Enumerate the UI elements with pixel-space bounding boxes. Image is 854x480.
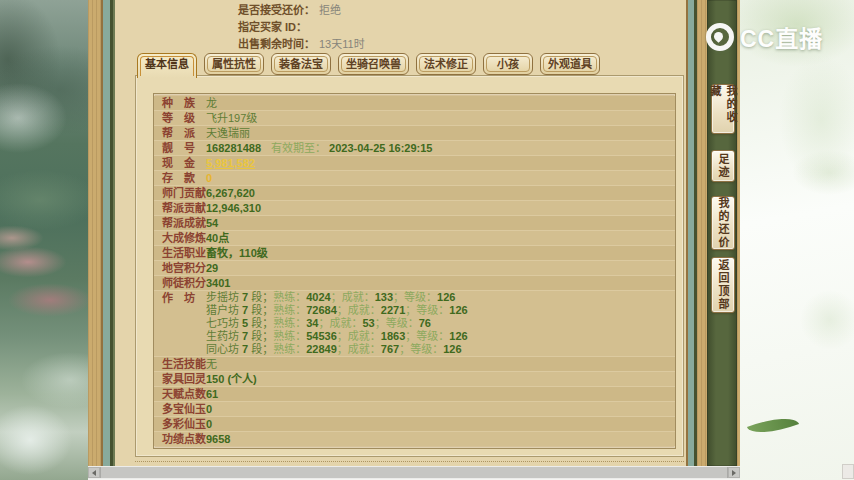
info-row-duobao-xianyu: 多宝仙玉0 xyxy=(154,402,675,417)
workshop-line: 猎户坊 7 段；熟练：72684；成就：2271；等级：126 xyxy=(206,304,675,317)
scroll-right-icon xyxy=(732,470,736,476)
leaf-icon xyxy=(747,410,799,441)
info-row-label: 生活技能 xyxy=(154,357,206,371)
cash-link[interactable]: 5,981,582 xyxy=(206,157,255,169)
grade-value: 126 xyxy=(437,291,455,303)
info-row-label: 地宫积分 xyxy=(154,261,206,275)
value-number: 54 xyxy=(206,217,218,229)
info-row-value: 150 (个人) xyxy=(206,372,675,386)
scroll-left-button[interactable] xyxy=(88,467,100,478)
info-row-merit-points: 功绩点数9658 xyxy=(154,432,675,446)
bamboo-border-left xyxy=(88,0,115,466)
workshop-name: 同心坊 xyxy=(206,343,242,355)
info-row-label: 帮 派 xyxy=(154,126,206,140)
info-row-label: 生活职业 xyxy=(154,246,206,260)
proficiency-value: 22849 xyxy=(306,343,337,355)
workshop-name: 七巧坊 xyxy=(206,317,242,329)
value-number: 150 (个人) xyxy=(206,373,257,385)
workshop-duan-label: 段； xyxy=(248,343,273,355)
workshop-name: 生药坊 xyxy=(206,330,242,342)
value-number: 畜牧，110级 xyxy=(206,247,268,259)
separator: ；成就： xyxy=(331,291,375,303)
separator: ；等级： xyxy=(399,343,443,355)
value-number: 61 xyxy=(206,388,218,400)
info-row-premium-id: 靓 号168281488有效期至： 2023-04-25 16:29:15 xyxy=(154,141,675,156)
proficiency-value: 34 xyxy=(306,317,318,329)
value-number: 0 xyxy=(206,418,212,430)
info-row-value: 5,981,582 xyxy=(206,156,675,170)
info-row-label: 师徒积分 xyxy=(154,276,206,290)
page-frame: 是否接受还价：拒绝指定买家 ID：出售剩余时间：13天11时 基本信息属性抗性装… xyxy=(88,0,740,480)
grade-value: 76 xyxy=(419,317,431,329)
tab-appearance[interactable]: 外观道具 xyxy=(540,53,600,75)
nav-footprint[interactable]: 足迹 xyxy=(711,150,735,182)
workshop-line: 步摇坊 7 段；熟练：4024；成就：133；等级：126 xyxy=(206,291,675,304)
proficiency-label: 熟练： xyxy=(273,304,306,316)
info-row-guild: 帮 派天逸瑞丽 xyxy=(154,126,675,141)
workshop-line: 七巧坊 5 段；熟练：34；成就：53；等级：76 xyxy=(206,317,675,330)
proficiency-value: 54536 xyxy=(306,330,337,342)
info-row-value: 龙 xyxy=(206,96,675,110)
achievement-value: 53 xyxy=(363,317,375,329)
grade-value: 126 xyxy=(449,330,467,342)
left-landscape-art xyxy=(0,0,88,480)
info-row-value: 无 xyxy=(206,357,675,371)
nav-back-to-top[interactable]: 返回顶部 xyxy=(711,257,735,313)
info-row-value: 0 xyxy=(206,417,675,431)
value-text: 天逸瑞丽 xyxy=(206,127,250,139)
nav-my-collection[interactable]: 我的收藏 xyxy=(711,84,735,134)
info-row-value: 9658 xyxy=(206,432,675,446)
workshop-duan-label: 段； xyxy=(248,291,273,303)
scrollbar-corner xyxy=(842,464,854,479)
value-text: 无 xyxy=(206,358,217,370)
cc-live-watermark: CC直播 xyxy=(706,20,823,54)
scrollbar-thumb[interactable] xyxy=(100,467,728,478)
tab-mount-summon[interactable]: 坐骑召唤兽 xyxy=(338,53,409,75)
tab-body: 种 族龙等 级飞升197级帮 派天逸瑞丽靓 号168281488有效期至： 20… xyxy=(135,75,684,457)
value-text: 飞升197级 xyxy=(206,112,257,124)
info-row-furniture-huiling: 家具回灵150 (个人) xyxy=(154,372,675,387)
info-row-label: 帮派贡献 xyxy=(154,201,206,215)
info-row-label: 多宝仙玉 xyxy=(154,402,206,416)
workshop-duan-label: 段； xyxy=(248,304,273,316)
tab-spell-fix[interactable]: 法术修正 xyxy=(416,53,476,75)
value-number: 6,267,620 xyxy=(206,187,255,199)
info-row-value: 54 xyxy=(206,216,675,230)
workshop-name: 猎户坊 xyxy=(206,304,242,316)
info-row-life-skills: 生活技能无 xyxy=(154,357,675,372)
info-row-race: 种 族龙 xyxy=(154,96,675,111)
info-row-value: 天逸瑞丽 xyxy=(206,126,675,140)
scroll-left-icon xyxy=(92,470,96,476)
tab-basic-info[interactable]: 基本信息 xyxy=(137,53,197,78)
workshop-line: 生药坊 7 段；熟练：54536；成就：1863；等级：126 xyxy=(206,330,675,343)
cc-logo-icon xyxy=(706,23,734,51)
info-row-guild-contribution: 帮派贡献12,946,310 xyxy=(154,201,675,216)
horizontal-scrollbar[interactable] xyxy=(88,466,740,479)
info-row-label: 功绩点数 xyxy=(154,432,206,446)
cc-logo-text: CC直播 xyxy=(740,20,823,54)
value-text: 龙 xyxy=(206,97,217,109)
dotted-divider xyxy=(135,461,684,462)
info-row-level: 等 级飞升197级 xyxy=(154,111,675,126)
info-row-mentor-points: 师徒积分3401 xyxy=(154,276,675,291)
value-number: 29 xyxy=(206,262,218,274)
info-row-label: 多彩仙玉 xyxy=(154,417,206,431)
info-row-label: 大成修炼 xyxy=(154,231,206,245)
nav-my-counteroffer[interactable]: 我的还价 xyxy=(711,196,735,250)
scroll-right-button[interactable] xyxy=(728,467,740,478)
info-row-label: 等 级 xyxy=(154,111,206,125)
tab-child[interactable]: 小孩 xyxy=(483,53,533,75)
top-info-label: 出售剩余时间： xyxy=(238,38,315,50)
value-number: 12,946,310 xyxy=(206,202,261,214)
workshop-name: 步摇坊 xyxy=(206,291,242,303)
separator: ；等级： xyxy=(405,304,449,316)
info-row-value: 0 xyxy=(206,171,675,185)
info-row-label: 师门贡献 xyxy=(154,186,206,200)
info-row-value: 畜牧，110级 xyxy=(206,246,675,260)
tab-attr-resist[interactable]: 属性抗性 xyxy=(204,53,264,75)
info-row-label: 作 坊 xyxy=(154,291,206,305)
info-row-value: 61 xyxy=(206,387,675,401)
achievement-value: 1863 xyxy=(381,330,405,342)
tab-equip-fabao[interactable]: 装备法宝 xyxy=(271,53,331,75)
value-number: 0 xyxy=(206,403,212,415)
